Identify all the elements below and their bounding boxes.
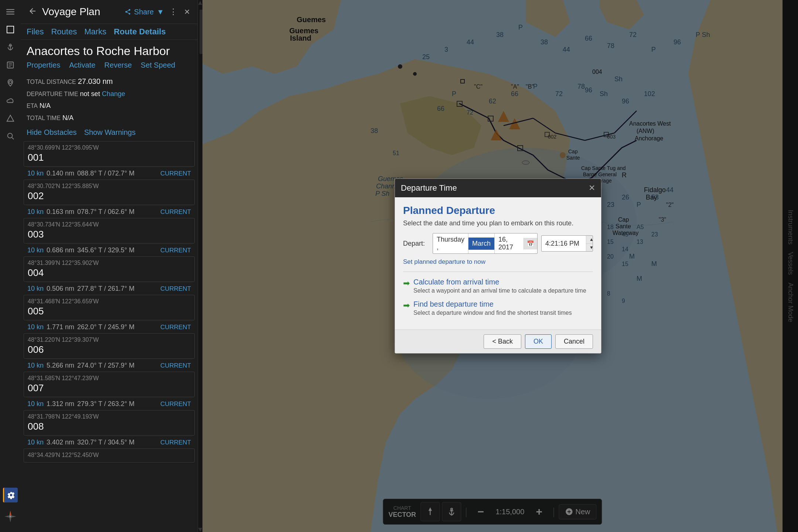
current-badge: CURRENT xyxy=(160,439,191,446)
back-button[interactable] xyxy=(27,5,38,18)
time-decrement-button[interactable]: ▼ xyxy=(586,244,593,252)
close-button[interactable]: ✕ xyxy=(183,6,192,18)
voyage-panel: Voyage Plan Share ▼ ⋮ ✕ Files Routes Mar… xyxy=(21,0,198,532)
option1-arrow-icon: ➡ xyxy=(403,279,410,288)
waypoint-item[interactable]: 48°30.699'N 122°36.095'W 001 xyxy=(24,141,195,167)
dialog-options-section: ➡ Calculate from arrival time Select a w… xyxy=(403,272,593,316)
leg-speed: 10 kn xyxy=(27,208,44,216)
eta-label: ETA xyxy=(27,103,38,109)
waypoint-coords: 48°31.399'N 122°35.902'W xyxy=(28,260,191,266)
menu-icon[interactable] xyxy=(3,4,18,19)
svg-marker-16 xyxy=(9,517,11,522)
date-month[interactable]: March xyxy=(468,238,494,250)
leg-speed: 10 kn xyxy=(27,170,44,177)
set-speed-link[interactable]: Set Speed xyxy=(141,61,175,69)
show-warnings-link[interactable]: Show Warnings xyxy=(84,128,136,137)
modal-overlay[interactable]: Departure Time ✕ Planned Departure Selec… xyxy=(198,0,798,532)
waypoint-item[interactable]: 48°30.734'N 122°35.644'W 003 xyxy=(24,218,195,243)
leg-bearing: 274.0° T / 257.9° M xyxy=(77,362,134,369)
leg-dist: 0.163 nm xyxy=(47,208,74,216)
hide-obstacles-link[interactable]: Hide Obstacles xyxy=(27,128,77,137)
waypoint-coords: 48°30.702'N 122°35.885'W xyxy=(28,183,191,190)
calculate-arrival-option[interactable]: ➡ Calculate from arrival time Select a w… xyxy=(403,278,593,294)
leg-dist: 3.402 nm xyxy=(47,439,74,446)
weather-icon[interactable] xyxy=(3,93,18,108)
waypoint-icon[interactable] xyxy=(3,75,18,90)
option1-content: Calculate from arrival time Select a way… xyxy=(413,278,586,294)
activate-link[interactable]: Activate xyxy=(69,61,95,69)
current-badge: CURRENT xyxy=(160,400,191,408)
departure-change-link[interactable]: Change xyxy=(102,90,125,98)
time-spinner[interactable]: ▲ ▼ xyxy=(586,236,593,252)
option1-desc: Select a waypoint and an arrival time to… xyxy=(413,287,586,294)
dialog-footer: < Back OK Cancel xyxy=(395,330,601,353)
leg-bearing: 279.3° T / 263.2° M xyxy=(77,400,134,408)
waypoint-coords: 48°31.468'N 122°36.659'W xyxy=(28,298,191,305)
leg-speed: 10 kn xyxy=(27,323,44,331)
search-icon[interactable] xyxy=(3,129,18,143)
dialog-subtitle: Planned Departure xyxy=(403,205,593,216)
properties-link[interactable]: Properties xyxy=(27,61,60,69)
waypoint-item[interactable]: 48°31.220'N 122°39.307'W 006 xyxy=(24,333,195,359)
waypoint-coords: 48°30.699'N 122°36.095'W xyxy=(28,144,191,151)
reverse-link[interactable]: Reverse xyxy=(104,61,132,69)
set-now-link[interactable]: Set planned departure to now xyxy=(403,258,593,266)
nav-route-details[interactable]: Route Details xyxy=(114,27,166,37)
nav-files[interactable]: Files xyxy=(27,27,44,37)
ok-button[interactable]: OK xyxy=(525,334,552,349)
waypoint-item[interactable]: 48°31.468'N 122°36.659'W 005 xyxy=(24,295,195,320)
waypoint-num: 004 xyxy=(28,267,191,279)
waypoint-num: 006 xyxy=(28,344,191,355)
square-icon[interactable] xyxy=(3,22,18,37)
waypoint-num: 005 xyxy=(28,306,191,317)
anchor-icon[interactable] xyxy=(3,40,18,55)
waypoint-leg: 10 kn 0.163 nm 078.7° T / 062.6° M CURRE… xyxy=(24,206,195,218)
eta-val: N/A xyxy=(40,102,51,109)
current-badge: CURRENT xyxy=(160,208,191,216)
waypoint-item[interactable]: 48°30.702'N 122°35.885'W 002 xyxy=(24,180,195,205)
dialog-description: Select the date and time you plan to emb… xyxy=(403,219,593,227)
route-obstacle-links: Hide Obstacles Show Warnings xyxy=(21,125,198,141)
panel-nav: Files Routes Marks Route Details xyxy=(21,24,198,40)
nav-marks[interactable]: Marks xyxy=(84,27,106,37)
total-distance-label: TOTAL DISTANCE xyxy=(27,79,76,85)
triangle-icon[interactable] xyxy=(3,111,18,126)
option1-title: Calculate from arrival time xyxy=(413,278,586,286)
nav-routes[interactable]: Routes xyxy=(51,27,77,37)
total-time-label: TOTAL TIME xyxy=(27,115,61,121)
notes-icon[interactable] xyxy=(3,58,18,72)
calendar-button[interactable]: 📅 xyxy=(524,238,537,249)
date-field[interactable]: Thursday , March 16, 2017 📅 xyxy=(433,233,538,254)
waypoint-leg: 10 kn 0.506 nm 277.8° T / 261.7° M CURRE… xyxy=(24,283,195,295)
share-button[interactable]: Share ▼ xyxy=(125,8,164,16)
svg-point-13 xyxy=(8,133,13,138)
leg-dist: 5.266 nm xyxy=(47,362,74,369)
settings-icon[interactable] xyxy=(3,488,18,502)
cancel-button[interactable]: Cancel xyxy=(555,334,593,349)
find-best-departure-option[interactable]: ➡ Find best departure time Select a depa… xyxy=(403,300,593,316)
waypoint-num: 007 xyxy=(28,382,191,394)
waypoint-item[interactable]: 48°34.429'N 122°52.450'W xyxy=(24,449,195,463)
leg-bearing: 277.8° T / 261.7° M xyxy=(77,285,134,293)
waypoint-item[interactable]: 48°31.798'N 122°49.193'W 008 xyxy=(24,410,195,436)
more-button[interactable]: ⋮ xyxy=(168,6,179,18)
depart-row: Depart: Thursday , March 16, 2017 📅 4:21… xyxy=(403,233,593,254)
time-field[interactable]: 4:21:16 PM ▲ ▼ xyxy=(541,235,593,252)
waypoint-num: 003 xyxy=(28,229,191,240)
waypoint-item[interactable]: 48°31.399'N 122°35.902'W 004 xyxy=(24,256,195,282)
time-increment-button[interactable]: ▲ xyxy=(586,236,593,244)
waypoint-item[interactable]: 48°31.585'N 122°47.239'W 007 xyxy=(24,372,195,397)
dialog-close-button[interactable]: ✕ xyxy=(589,184,595,192)
app-container: Voyage Plan Share ▼ ⋮ ✕ Files Routes Mar… xyxy=(0,0,798,532)
leg-speed: 10 kn xyxy=(27,439,44,446)
compass-rose-icon xyxy=(1,507,20,528)
current-badge: CURRENT xyxy=(160,170,191,177)
date-year: 16, 2017 xyxy=(494,233,524,253)
waypoint-leg: 10 kn 0.140 nm 088.8° T / 072.7° M CURRE… xyxy=(24,167,195,180)
leg-dist: 0.140 nm xyxy=(47,170,74,177)
back-button[interactable]: < Back xyxy=(484,334,521,349)
waypoint-list: 48°30.699'N 122°36.095'W 001 10 kn 0.140… xyxy=(21,141,198,532)
current-badge: CURRENT xyxy=(160,362,191,369)
departure-val: not set xyxy=(80,90,100,98)
svg-rect-3 xyxy=(7,26,14,33)
